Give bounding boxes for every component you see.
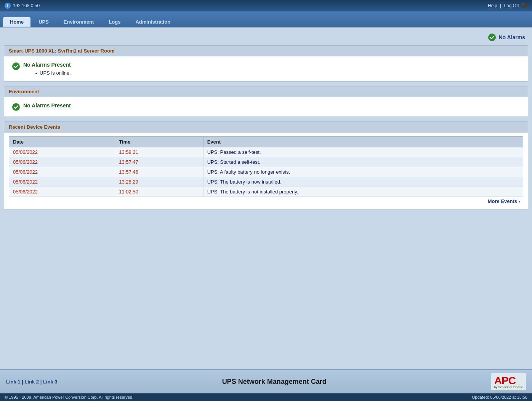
tab-environment[interactable]: Environment — [57, 17, 101, 27]
events-panel-body: Date Time Event 05/06/202213:58:21UPS: P… — [4, 133, 528, 209]
tab-ups[interactable]: UPS — [32, 17, 56, 27]
env-check-icon — [12, 103, 20, 111]
logoff-icon: ⬛ — [522, 3, 527, 8]
event-date: 05/06/2022 — [9, 147, 115, 157]
footer: Link 1 | Link 2 | Link 3 UPS Network Man… — [0, 369, 532, 393]
events-table-body: 05/06/202213:58:21UPS: Passed a self-tes… — [9, 147, 523, 197]
table-row: 05/06/202213:57:47UPS: Started a self-te… — [9, 157, 523, 167]
table-row: 05/06/202213:58:21UPS: Passed a self-tes… — [9, 147, 523, 157]
col-event: Event — [203, 137, 523, 147]
ups-panel-header: Smart-UPS 1000 XL: SvrRm1 at Server Room — [4, 46, 528, 56]
nav-bar: Home UPS Environment Logs Administration — [0, 11, 532, 27]
event-time: 13:57:46 — [115, 167, 203, 177]
apc-logo: APC by Schneider Electric — [491, 373, 526, 390]
event-description: UPS: Started a self-test. — [203, 157, 523, 167]
table-row: 05/06/202213:28:29UPS: The battery is no… — [9, 177, 523, 187]
ups-status-content: No Alarms Present UPS is online. — [23, 62, 71, 76]
footer-title: UPS Network Management Card — [222, 378, 327, 386]
event-description: UPS: A faulty battery no longer exists. — [203, 167, 523, 177]
logoff-link[interactable]: Log Off ⬛ — [504, 3, 527, 8]
more-events-link[interactable]: More Events › — [9, 197, 523, 206]
top-bar-right: Help | Log Off ⬛ — [488, 3, 527, 8]
footer-sep2: | — [40, 379, 43, 385]
schneider-text: by Schneider Electric — [494, 385, 523, 389]
ups-check-icon — [12, 62, 20, 70]
tab-home[interactable]: Home — [3, 17, 30, 27]
table-row: 05/06/202211:02:50UPS: The battery is no… — [9, 187, 523, 197]
info-icon: i — [5, 3, 11, 9]
environment-panel: Environment No Alarms Present — [4, 86, 528, 117]
help-link[interactable]: Help — [488, 3, 497, 8]
event-time: 11:02:50 — [115, 187, 203, 197]
ups-no-alarms-section: No Alarms Present UPS is online. — [12, 62, 520, 76]
footer-link2[interactable]: Link 2 — [24, 379, 39, 385]
event-date: 05/06/2022 — [9, 167, 115, 177]
no-alarms-badge: No Alarms — [488, 33, 525, 42]
main-content: No Alarms Smart-UPS 1000 XL: SvrRm1 at S… — [0, 27, 532, 369]
footer-link1[interactable]: Link 1 — [6, 379, 21, 385]
ip-address: 192.168.0.50 — [13, 3, 40, 8]
ups-status-list: UPS is online. — [35, 70, 71, 76]
tab-logs[interactable]: Logs — [102, 17, 127, 27]
no-alarms-icon — [488, 33, 496, 42]
tab-administration[interactable]: Administration — [128, 17, 177, 27]
footer-link3[interactable]: Link 3 — [43, 379, 58, 385]
updated-text: Updated: 05/06/2022 at 13:58 — [472, 395, 527, 399]
event-time: 13:57:47 — [115, 157, 203, 167]
env-no-alarms-label: No Alarms Present — [23, 102, 71, 109]
environment-panel-header: Environment — [4, 86, 528, 97]
no-alarms-label: No Alarms — [498, 34, 525, 40]
svg-point-0 — [488, 34, 496, 41]
ups-no-alarms-label: No Alarms Present — [23, 62, 71, 68]
copyright-text: © 1995 - 2009, American Power Conversion… — [5, 395, 133, 399]
environment-panel-body: No Alarms Present — [4, 97, 528, 117]
col-time: Time — [115, 137, 203, 147]
events-panel-header: Recent Device Events — [4, 122, 528, 133]
footer-links: Link 1 | Link 2 | Link 3 — [6, 379, 57, 385]
ups-status-item: UPS is online. — [35, 70, 71, 76]
svg-point-2 — [12, 103, 20, 111]
table-row: 05/06/202213:57:46UPS: A faulty battery … — [9, 167, 523, 177]
event-date: 05/06/2022 — [9, 157, 115, 167]
col-date: Date — [9, 137, 115, 147]
env-no-alarms-section: No Alarms Present — [12, 102, 520, 111]
event-description: UPS: The battery is now installed. — [203, 177, 523, 187]
status-bar: No Alarms — [4, 31, 528, 43]
top-bar-left: i 192.168.0.50 — [5, 3, 40, 9]
event-description: UPS: The battery is not installed proper… — [203, 187, 523, 197]
event-description: UPS: Passed a self-test. — [203, 147, 523, 157]
copyright-bar: © 1995 - 2009, American Power Conversion… — [0, 393, 532, 401]
apc-text: APC — [494, 375, 516, 387]
top-bar: i 192.168.0.50 Help | Log Off ⬛ — [0, 0, 532, 11]
events-table-header-row: Date Time Event — [9, 137, 523, 147]
events-table-head: Date Time Event — [9, 137, 523, 147]
ups-panel: Smart-UPS 1000 XL: SvrRm1 at Server Room… — [4, 45, 528, 81]
events-panel: Recent Device Events Date Time Event 05/… — [4, 121, 528, 210]
event-time: 13:58:21 — [115, 147, 203, 157]
svg-point-1 — [12, 62, 20, 70]
separator: | — [500, 3, 501, 8]
event-date: 05/06/2022 — [9, 177, 115, 187]
events-table: Date Time Event 05/06/202213:58:21UPS: P… — [9, 136, 523, 197]
ups-panel-body: No Alarms Present UPS is online. — [4, 56, 528, 81]
event-time: 13:28:29 — [115, 177, 203, 187]
event-date: 05/06/2022 — [9, 187, 115, 197]
